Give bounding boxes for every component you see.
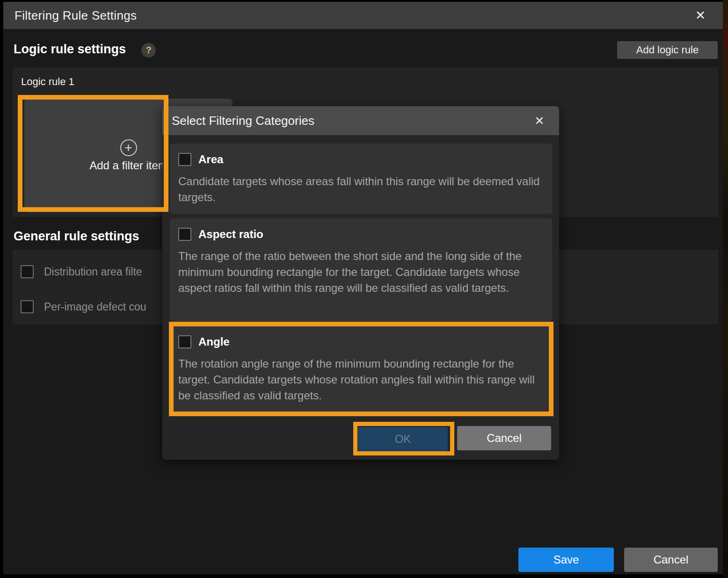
plus-icon: + xyxy=(120,139,137,156)
add-logic-rule-button[interactable]: Add logic rule xyxy=(617,41,718,59)
modal-header: Select Filtering Categories ✕ xyxy=(162,106,559,135)
general-checkbox-row: Distribution area filte xyxy=(21,265,142,278)
aspect-ratio-description: The range of the ratio between the short… xyxy=(178,248,540,296)
per-image-defect-count-label: Per-image defect cou xyxy=(44,301,146,313)
save-button[interactable]: Save xyxy=(518,548,614,572)
select-filtering-categories-modal: Select Filtering Categories ✕ Area Candi… xyxy=(162,106,559,460)
help-icon[interactable]: ? xyxy=(141,43,156,58)
dialog-title: Filtering Rule Settings xyxy=(15,8,137,23)
general-checkbox-row: Per-image defect cou xyxy=(21,300,146,313)
per-image-defect-count-checkbox[interactable] xyxy=(21,300,34,313)
angle-label: Angle xyxy=(198,335,230,348)
screenshot-stage: Filtering Rule Settings ✕ Logic rule set… xyxy=(0,0,728,578)
logic-rule-label: Logic rule 1 xyxy=(21,76,74,88)
distribution-area-filter-checkbox[interactable] xyxy=(21,265,34,278)
add-filter-item-label: Add a filter item xyxy=(89,159,167,172)
angle-checkbox[interactable] xyxy=(178,335,191,348)
aspect-ratio-label: Aspect ratio xyxy=(198,228,263,241)
logic-rule-settings-heading: Logic rule settings xyxy=(14,42,126,57)
background-app-edge xyxy=(723,0,728,578)
aspect-ratio-checkbox[interactable] xyxy=(178,228,191,241)
category-card-aspect-ratio: Aspect ratio The range of the ratio betw… xyxy=(170,218,552,321)
ok-button[interactable]: OK xyxy=(358,427,448,451)
general-rule-settings-heading: General rule settings xyxy=(14,229,139,244)
dialog-titlebar: Filtering Rule Settings ✕ xyxy=(3,2,723,29)
category-card-angle: Angle The rotation angle range of the mi… xyxy=(170,326,552,415)
modal-title: Select Filtering Categories xyxy=(172,114,314,128)
modal-cancel-button[interactable]: Cancel xyxy=(457,426,551,450)
area-description: Candidate targets whose areas fall withi… xyxy=(178,173,540,205)
category-card-area: Area Candidate targets whose areas fall … xyxy=(170,144,552,214)
angle-description: The rotation angle range of the minimum … xyxy=(178,356,540,404)
cancel-button[interactable]: Cancel xyxy=(624,548,718,572)
modal-close-icon[interactable]: ✕ xyxy=(530,111,549,130)
area-checkbox[interactable] xyxy=(178,153,191,166)
distribution-area-filter-label: Distribution area filte xyxy=(44,266,142,278)
area-label: Area xyxy=(198,153,223,166)
close-icon[interactable]: ✕ xyxy=(691,6,710,25)
